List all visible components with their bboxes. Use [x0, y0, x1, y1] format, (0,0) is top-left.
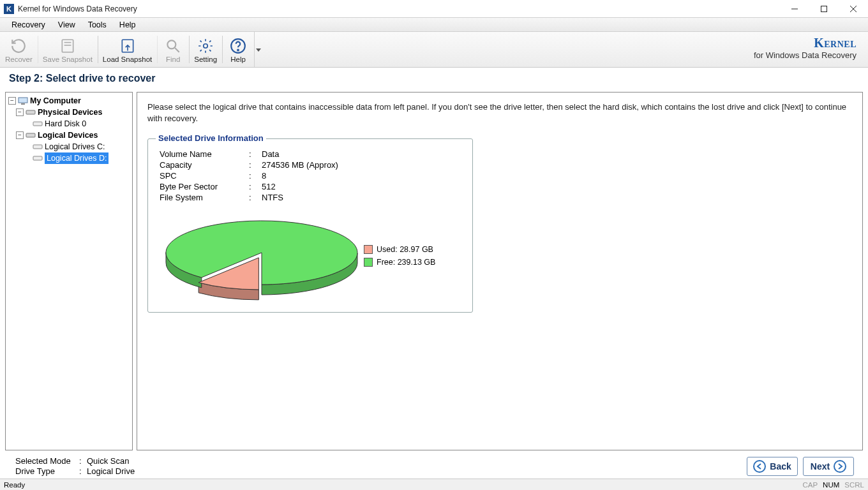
tree-hd0-label: Hard Disk 0 [45, 118, 86, 130]
find-icon [164, 37, 182, 55]
back-label: Back [770, 461, 791, 471]
next-label: Next [811, 461, 830, 471]
selected-mode-key: Selected Mode [15, 456, 79, 466]
device-icon [26, 131, 36, 139]
footer-info: Selected Mode:Quick Scan Drive Type:Logi… [0, 456, 135, 477]
brand: Kernel for Windows Data Recovery [754, 36, 857, 60]
tree-logical-label: Logical Devices [38, 130, 98, 141]
bps-value: 512 [262, 182, 461, 191]
recover-button: Recover [0, 32, 38, 67]
maximize-button[interactable] [809, 0, 839, 18]
recover-icon [10, 37, 27, 55]
used-swatch [364, 245, 373, 254]
arrow-right-icon [834, 460, 846, 473]
setting-label: Setting [194, 56, 217, 63]
close-button[interactable] [839, 0, 868, 18]
load-snapshot-label: Load Snapshot [103, 56, 152, 63]
status-ready: Ready [4, 481, 25, 489]
help-button[interactable]: Help [222, 32, 254, 67]
content-pane: Please select the logical drive that con… [137, 92, 863, 450]
free-swatch [364, 258, 373, 267]
tree-drive-c[interactable]: Logical Drives C: [7, 141, 131, 152]
arrow-left-icon [753, 460, 766, 473]
next-button[interactable]: Next [803, 457, 854, 476]
fs-value: NTFS [262, 193, 461, 202]
toolbar-overflow[interactable] [254, 32, 262, 67]
svg-marker-15 [256, 48, 261, 52]
tree-physical-devices[interactable]: − Physical Devices [7, 107, 131, 118]
tree-drive-d[interactable]: Logical Drives D: [7, 152, 131, 164]
drive-type-key: Drive Type [15, 466, 79, 477]
back-button[interactable]: Back [747, 457, 798, 476]
disk-icon [33, 120, 43, 128]
collapse-icon[interactable]: − [8, 97, 16, 105]
bps-key: Byte Per Sector [160, 182, 249, 191]
tree-drive-c-label: Logical Drives C: [45, 141, 105, 152]
fs-key: File System [160, 193, 249, 202]
capacity-value: 274536 MB (Approx) [262, 160, 461, 170]
setting-button[interactable]: Setting [189, 32, 222, 67]
drive-info-legend: Selected Drive Information [156, 133, 266, 143]
selected-mode-value: Quick Scan [87, 456, 129, 466]
brand-name: Kernel [754, 36, 857, 50]
tree-physical-label: Physical Devices [38, 107, 102, 118]
svg-rect-18 [26, 110, 35, 114]
menu-help[interactable]: Help [113, 19, 142, 31]
tree-my-computer[interactable]: − My Computer [7, 95, 131, 107]
drive-tree-pane: − My Computer − Physical Devices Hard Di… [5, 92, 133, 450]
menu-tools[interactable]: Tools [82, 19, 113, 31]
spc-key: SPC [160, 171, 249, 181]
svg-point-10 [168, 40, 176, 48]
save-snapshot-icon [59, 37, 77, 55]
svg-point-14 [237, 50, 239, 51]
svg-rect-19 [33, 122, 42, 126]
title-bar: K Kernel for Windows Data Recovery [0, 0, 868, 18]
instruction-text: Please select the logical drive that con… [147, 101, 852, 124]
free-label: Free: 239.13 GB [377, 258, 435, 267]
used-label: Used: 28.97 GB [377, 245, 433, 254]
computer-icon [18, 97, 28, 105]
toolbar: Recover Save Snapshot Load Snapshot Find… [0, 32, 868, 68]
tree-hard-disk-0[interactable]: Hard Disk 0 [7, 118, 131, 130]
svg-rect-1 [821, 6, 827, 11]
device-icon [26, 108, 36, 116]
svg-line-11 [175, 48, 179, 52]
tree-logical-devices[interactable]: − Logical Devices [7, 130, 131, 141]
step-heading: Step 2: Select drive to recover [0, 68, 868, 92]
load-snapshot-button[interactable]: Load Snapshot [98, 32, 157, 67]
usage-pie-chart [160, 211, 364, 301]
app-icon: K [4, 4, 14, 14]
find-label: Find [166, 56, 180, 63]
gear-icon [197, 37, 214, 55]
load-snapshot-icon [119, 37, 137, 55]
capacity-key: Capacity [160, 160, 249, 170]
drive-icon [33, 143, 43, 151]
svg-rect-5 [62, 40, 73, 52]
chart-legend: Used: 28.97 GB Free: 239.13 GB [364, 241, 435, 271]
drive-type-value: Logical Drive [87, 466, 135, 477]
help-icon [229, 37, 247, 55]
spc-value: 8 [262, 171, 461, 181]
recover-label: Recover [5, 56, 33, 63]
status-num: NUM [823, 481, 839, 489]
svg-rect-21 [33, 145, 42, 149]
tree-my-computer-label: My Computer [30, 95, 81, 107]
help-label: Help [230, 56, 246, 63]
menu-recovery[interactable]: Recovery [5, 19, 52, 31]
window-title: Kernel for Windows Data Recovery [18, 4, 137, 13]
minimize-button[interactable] [780, 0, 809, 18]
volume-name-value: Data [262, 149, 461, 159]
status-cap: CAP [802, 481, 818, 489]
collapse-icon[interactable]: − [16, 131, 24, 139]
main-area: Step 2: Select drive to recover − My Com… [0, 68, 868, 454]
svg-rect-20 [26, 133, 35, 137]
menu-view[interactable]: View [52, 19, 82, 31]
status-scrl: SCRL [844, 481, 864, 489]
save-snapshot-label: Save Snapshot [43, 56, 93, 63]
menu-bar: Recovery View Tools Help [0, 18, 868, 32]
save-snapshot-button: Save Snapshot [38, 32, 98, 67]
volume-name-key: Volume Name [160, 149, 249, 159]
svg-point-12 [204, 44, 208, 48]
collapse-icon[interactable]: − [16, 108, 24, 116]
drive-info-group: Selected Drive Information Volume Name:D… [147, 138, 473, 313]
